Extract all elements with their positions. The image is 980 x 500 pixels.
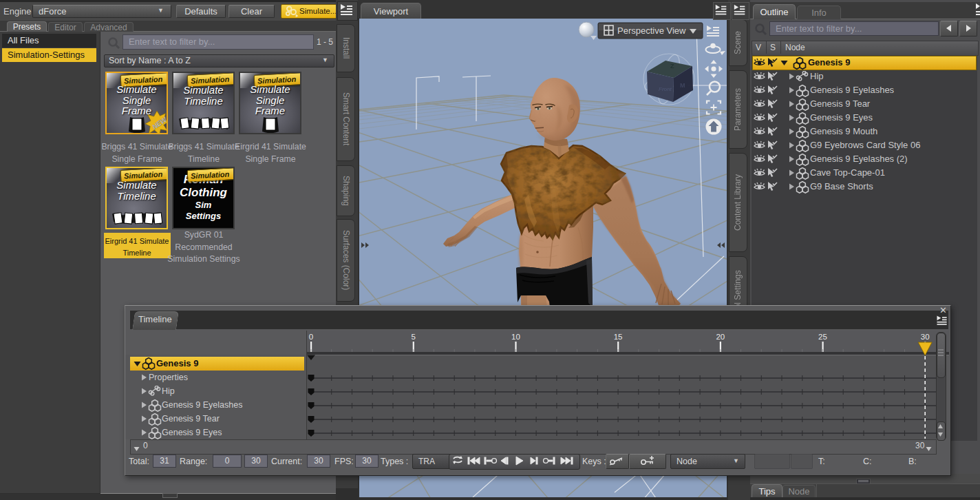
svg-text:20: 20 [716, 333, 725, 341]
svg-text:Front: Front [659, 86, 672, 92]
svg-text:0: 0 [309, 333, 313, 341]
svg-text:15: 15 [614, 333, 623, 341]
svg-text:5: 5 [411, 333, 415, 341]
svg-text:Z: Z [670, 63, 674, 70]
svg-text:M: M [680, 82, 685, 89]
svg-text:30: 30 [921, 333, 930, 341]
svg-text:Perspective View: Perspective View [617, 25, 686, 36]
svg-text:25: 25 [818, 333, 827, 341]
svg-text:10: 10 [511, 333, 520, 341]
